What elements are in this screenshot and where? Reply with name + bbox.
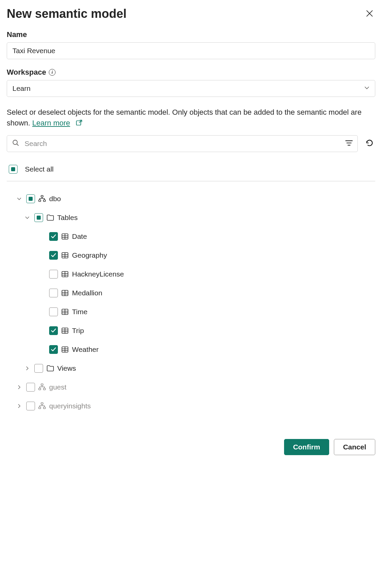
table-row-medallion[interactable]: Medallion [7,284,375,302]
select-all-checkbox[interactable] [9,165,18,174]
folder-label: Views [57,364,76,372]
folder-row-views[interactable]: Views [7,359,375,378]
expand-toggle[interactable] [24,215,31,220]
table-row-time[interactable]: Time [7,302,375,321]
select-all-label: Select all [25,165,54,173]
schema-label: dbo [49,195,61,203]
table-label: Geography [72,251,107,259]
search-input[interactable] [7,135,358,152]
table-label: Time [72,308,88,316]
table-checkbox[interactable] [49,232,58,241]
confirm-button[interactable]: Confirm [284,439,329,455]
folder-checkbox[interactable] [34,213,43,222]
table-checkbox[interactable] [49,307,58,316]
schema-label: guest [49,383,66,391]
cancel-button[interactable]: Cancel [334,439,375,455]
schema-checkbox[interactable] [26,402,35,410]
close-button[interactable] [364,8,375,20]
table-row-date[interactable]: Date [7,227,375,246]
workspace-value: Learn [12,84,31,92]
table-label: Weather [72,345,99,354]
schema-checkbox[interactable] [26,383,35,392]
table-icon [61,327,69,334]
schema-row-dbo[interactable]: dbo [7,189,375,208]
schema-label: queryinsights [49,402,91,410]
name-label: Name [7,30,375,39]
table-row-geography[interactable]: Geography [7,246,375,265]
info-icon[interactable]: i [49,69,56,76]
expand-toggle[interactable] [15,403,23,409]
table-checkbox[interactable] [49,345,58,354]
folder-checkbox[interactable] [34,364,43,373]
table-row-hackneylicense[interactable]: HackneyLicense [7,265,375,284]
folder-icon [46,365,54,372]
schema-icon [38,383,46,391]
table-label: Medallion [72,289,102,297]
folder-label: Tables [57,214,78,222]
schema-row-queryinsights[interactable]: queryinsights [7,397,375,415]
dialog-title: New semantic model [7,7,127,21]
schema-checkbox[interactable] [26,194,35,203]
learn-more-link[interactable]: Learn more [32,119,70,127]
table-label: Date [72,232,87,241]
close-icon [366,10,373,18]
table-row-trip[interactable]: Trip [7,321,375,340]
table-icon [61,289,69,297]
expand-toggle[interactable] [15,196,23,201]
external-link-icon [75,119,83,126]
table-checkbox[interactable] [49,326,58,335]
table-icon [61,308,69,316]
folder-icon [46,214,54,221]
refresh-icon [365,139,374,148]
refresh-button[interactable] [364,137,375,150]
search-icon [12,139,20,148]
table-icon [61,252,69,259]
folder-row-tables[interactable]: Tables [7,208,375,227]
expand-toggle[interactable] [15,384,23,390]
workspace-select[interactable]: Learn [7,80,375,97]
schema-icon [38,195,46,203]
table-label: HackneyLicense [72,270,124,278]
expand-toggle[interactable] [24,366,31,371]
table-icon [61,233,69,240]
name-input[interactable] [7,42,375,59]
table-checkbox[interactable] [49,251,58,260]
table-label: Trip [72,327,84,335]
schema-icon [38,402,46,410]
table-checkbox[interactable] [49,270,58,279]
table-checkbox[interactable] [49,289,58,297]
filter-icon[interactable] [345,139,353,148]
schema-row-guest[interactable]: guest [7,378,375,397]
object-tree: dbo Tables Date Geography [7,189,375,415]
table-icon [61,270,69,278]
table-icon [61,346,69,353]
workspace-label: Workspace [7,68,46,77]
help-text: Select or deselect objects for the seman… [7,107,375,128]
table-row-weather[interactable]: Weather [7,340,375,359]
